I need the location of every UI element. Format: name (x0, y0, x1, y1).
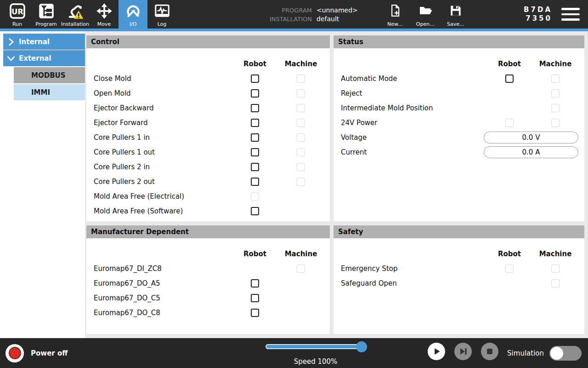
stop-button[interactable] (481, 343, 498, 360)
machine-checkbox (297, 148, 305, 156)
machine-checkbox (297, 178, 305, 186)
robot-checkbox[interactable] (505, 75, 514, 83)
io-row: Ejector Forward (94, 115, 324, 130)
program-name: <unnamed> (317, 6, 358, 14)
play-button[interactable] (428, 343, 445, 360)
machine-cell (278, 89, 324, 98)
row-label: Core Pullers 1 in (94, 133, 232, 142)
simulation-toggle[interactable] (549, 346, 582, 361)
machine-cell (278, 75, 324, 83)
robot-checkbox[interactable] (251, 75, 259, 83)
robot-column-header: Robot (486, 250, 532, 258)
machine-checkbox (551, 279, 560, 288)
tab-log[interactable]: Log (147, 0, 176, 29)
simulation-toggle-knob[interactable] (550, 347, 563, 360)
new-program-button[interactable]: New... (383, 0, 407, 29)
row-label: Euromap67_DI_ZC8 (94, 264, 232, 273)
step-button[interactable] (454, 343, 472, 360)
row-label: Voltage (341, 133, 484, 142)
machine-cell (532, 279, 578, 288)
installation-label: INSTALLATION (261, 16, 312, 23)
hamburger-menu-icon[interactable] (561, 8, 580, 21)
robot-column-header: Robot (486, 60, 532, 68)
row-label: Euromap67_DO_C5 (94, 294, 232, 302)
machine-cell (278, 119, 324, 127)
robot-checkbox[interactable] (251, 207, 259, 215)
machine-checkbox (297, 163, 305, 171)
tab-move-label: Move (97, 22, 111, 27)
row-label: Reject (341, 89, 486, 98)
io-row: Close Mold (94, 71, 324, 86)
robot-checkbox[interactable] (251, 294, 259, 302)
sidebar-item-immi[interactable]: IMMI (14, 84, 85, 100)
power-status[interactable]: Power off (6, 338, 68, 368)
tab-run[interactable]: UR Run (3, 0, 32, 29)
row-label: Safeguard Open (341, 279, 486, 288)
tab-program[interactable]: Program (32, 0, 61, 29)
sidebar-item-internal[interactable]: Internal (3, 34, 85, 50)
machine-checkbox (551, 264, 560, 273)
robot-cell (232, 75, 278, 83)
machine-cell (532, 119, 578, 127)
robot-checkbox[interactable] (251, 279, 259, 288)
tab-installation[interactable]: Installation (61, 0, 90, 29)
robot-checkbox[interactable] (251, 309, 259, 317)
robot-cell (232, 104, 278, 112)
row-label: Open Mold (94, 89, 232, 98)
io-row: Mold Area Free (Electrical) (94, 189, 324, 204)
top-bar: UR Run Program Installation Move (0, 0, 588, 29)
power-status-icon[interactable] (6, 344, 24, 362)
sidebar-modbus-label: MODBUS (31, 71, 66, 80)
tab-move[interactable]: Move (90, 0, 119, 29)
stop-icon (484, 345, 496, 357)
io-row: Euromap67_DO_C5 (94, 291, 324, 305)
open-folder-icon (418, 0, 433, 21)
io-row: 24V Power (341, 115, 578, 130)
robot-cell (232, 192, 278, 201)
row-label: Ejector Backward (94, 104, 232, 112)
speed-slider-track[interactable] (266, 344, 366, 349)
speed-label: Speed 100% (266, 357, 366, 366)
robot-cell (232, 309, 278, 317)
robot-checkbox[interactable] (251, 119, 259, 127)
machine-column-header: Machine (532, 250, 578, 258)
machine-cell (532, 75, 578, 83)
machine-column-header: Machine (278, 250, 324, 258)
robot-checkbox (251, 192, 259, 201)
machine-checkbox (297, 133, 305, 142)
robot-checkbox[interactable] (251, 89, 259, 98)
machine-column-header: Machine (278, 60, 324, 68)
machine-checkbox (297, 75, 305, 83)
robot-checkbox[interactable] (251, 178, 259, 186)
robot-checkbox[interactable] (251, 104, 259, 112)
sidebar-item-external[interactable]: External (3, 50, 85, 66)
machine-cell (278, 264, 324, 273)
machine-checkbox (297, 104, 305, 112)
tab-io[interactable]: I/O (119, 0, 147, 29)
robot-cell (232, 294, 278, 302)
machine-checkbox (551, 119, 560, 127)
value-field: 0.0 V (484, 132, 578, 144)
speed-slider-thumb[interactable] (356, 341, 367, 352)
row-label: Mold Area Free (Software) (94, 207, 232, 215)
row-label: Mold Area Free (Electrical) (94, 192, 232, 201)
robot-checkbox[interactable] (251, 163, 259, 171)
program-info: PROGRAM <unnamed> INSTALLATION default (261, 0, 358, 29)
row-label: 24V Power (341, 119, 486, 127)
row-label: Core Pullers 2 out (94, 178, 232, 186)
robot-checkbox[interactable] (251, 148, 259, 156)
power-status-label: Power off (31, 349, 68, 357)
save-program-button[interactable]: Save... (444, 0, 468, 29)
sidebar-item-modbus[interactable]: MODBUS (14, 67, 85, 83)
io-sidebar: Internal External MODBUS IMMI (0, 31, 85, 338)
robot-checkbox[interactable] (251, 133, 259, 142)
log-monitor-icon (154, 0, 170, 22)
value-field: 0.0 A (484, 146, 578, 158)
io-row: Reject (341, 86, 578, 101)
speed-slider[interactable] (266, 344, 366, 349)
row-label: Automatic Mode (341, 75, 486, 83)
open-program-button[interactable]: Open... (413, 0, 437, 29)
panel-status-title: Status (334, 35, 584, 48)
robot-serial-line2: 7350 (524, 14, 552, 23)
io-row: Core Pullers 1 out (94, 145, 324, 160)
